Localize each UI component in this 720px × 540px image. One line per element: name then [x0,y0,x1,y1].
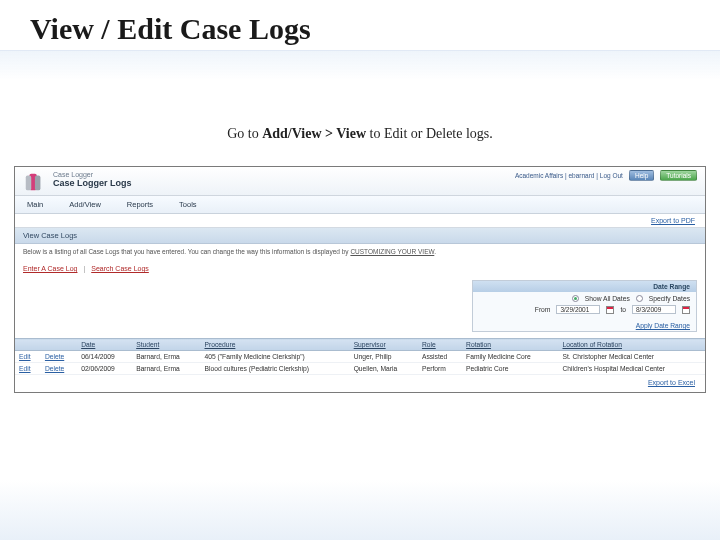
sub-links: Enter A Case Log | Search Case Logs [15,259,705,278]
from-date-input[interactable]: 3/29/2001 [556,305,600,314]
to-date-input[interactable]: 8/3/2009 [632,305,676,314]
decorative-wave-bottom [0,480,720,540]
header-context-text: Academic Affairs | ebarnard | [515,172,600,179]
section-desc-text: Below is a listing of all Case Logs that… [23,248,350,255]
cell-date: 06/14/2009 [77,351,132,363]
col-supervisor[interactable]: Supervisor [350,339,418,351]
delete-link[interactable]: Delete [45,365,64,372]
col-date[interactable]: Date [77,339,132,351]
date-range-header: Date Range [473,281,696,292]
cell-location: Children's Hospital Medical Center [559,363,706,375]
app-logo-icon [23,171,45,193]
specify-dates-radio[interactable] [636,295,643,302]
apply-date-range-link[interactable]: Apply Date Range [636,322,690,329]
slide-title: View / Edit Case Logs [0,0,720,52]
header-user-area: Academic Affairs | ebarnard | Log Out He… [515,170,697,181]
cell-role: Perform [418,363,462,375]
cell-location: St. Christopher Medical Center [559,351,706,363]
svg-rect-2 [35,176,40,191]
nav-reports[interactable]: Reports [127,200,153,209]
section-header: View Case Logs [15,228,705,244]
cell-supervisor: Unger, Philip [350,351,418,363]
enter-case-log-link[interactable]: Enter A Case Log [23,265,77,272]
cell-procedure: 405 ("Family Medicine Clerkship") [201,351,350,363]
col-student[interactable]: Student [132,339,200,351]
app-product-name: Case Logger [53,171,132,178]
col-delete [41,339,77,351]
export-pdf-link[interactable]: Export to PDF [651,217,695,224]
cell-date: 02/06/2009 [77,363,132,375]
export-bottom-bar: Export to Excel [15,375,705,392]
tutorials-button[interactable]: Tutorials [660,170,697,181]
to-label: to [620,306,626,313]
link-separator: | [79,265,89,272]
search-case-logs-link[interactable]: Search Case Logs [91,265,149,272]
nav-tools[interactable]: Tools [179,200,197,209]
app-page-title: Case Logger Logs [53,178,132,188]
instruction-text: Go to Add/View > View to Edit or Delete … [160,122,560,146]
to-calendar-icon[interactable] [682,306,690,314]
section-description: Below is a listing of all Case Logs that… [15,244,705,259]
nav-main[interactable]: Main [27,200,43,209]
show-all-dates-label: Show All Dates [585,295,630,302]
cell-procedure: Blood cultures (Pediatric Clerkship) [201,363,350,375]
from-calendar-icon[interactable] [606,306,614,314]
export-top-bar: Export to PDF [15,214,705,228]
decorative-wave-top [0,50,720,80]
instruction-bold: Add/View > View [262,126,366,141]
edit-link[interactable]: Edit [19,353,31,360]
show-all-dates-radio[interactable] [572,295,579,302]
cell-rotation: Pediatric Core [462,363,558,375]
case-logs-table: Date Student Procedure Supervisor Role R… [15,338,705,375]
edit-link[interactable]: Edit [19,365,31,372]
date-range-panel: Date Range Show All Dates Specify Dates … [472,280,697,332]
instruction-pre: Go to [227,126,262,141]
export-excel-link[interactable]: Export to Excel [648,379,695,386]
main-nav: Main Add/View Reports Tools [15,196,705,214]
col-procedure[interactable]: Procedure [201,339,350,351]
cell-rotation: Family Medicine Core [462,351,558,363]
cell-role: Assisted [418,351,462,363]
table-header-row: Date Student Procedure Supervisor Role R… [15,339,705,351]
cell-supervisor: Quellen, Maria [350,363,418,375]
logout-link[interactable]: Log Out [600,172,623,179]
table-row: Edit Delete 06/14/2009 Barnard, Erma 405… [15,351,705,363]
col-role[interactable]: Role [418,339,462,351]
cell-student: Barnard, Erma [132,363,200,375]
col-edit [15,339,41,351]
app-header: Case Logger Case Logger Logs Academic Af… [15,167,705,196]
customize-view-link[interactable]: CUSTOMIZING YOUR VIEW [350,248,434,255]
col-location[interactable]: Location of Rotation [559,339,706,351]
table-row: Edit Delete 02/06/2009 Barnard, Erma Blo… [15,363,705,375]
specify-dates-label: Specify Dates [649,295,690,302]
app-screenshot-frame: Case Logger Case Logger Logs Academic Af… [14,166,706,393]
svg-rect-1 [26,176,32,191]
delete-link[interactable]: Delete [45,353,64,360]
nav-add-view[interactable]: Add/View [69,200,101,209]
from-label: From [535,306,551,313]
col-rotation[interactable]: Rotation [462,339,558,351]
instruction-post: to Edit or Delete logs. [366,126,493,141]
cell-student: Barnard, Erma [132,351,200,363]
help-button[interactable]: Help [629,170,654,181]
date-range-container: Date Range Show All Dates Specify Dates … [15,278,705,338]
